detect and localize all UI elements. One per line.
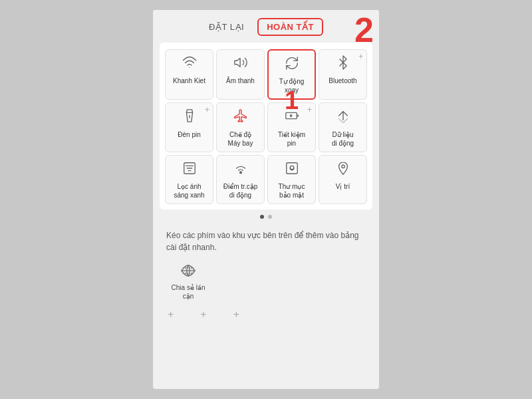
- rotate-icon: [285, 56, 299, 74]
- loc-anh-label: Lọc ánhsáng xanh: [174, 182, 204, 200]
- reset-button[interactable]: ĐẶT LẠI: [209, 22, 244, 32]
- diem-tr-cap-label: Điểm tr.cậpdi động: [223, 182, 257, 200]
- chia-se-label: Chia sẻ lầncận: [172, 283, 205, 301]
- header: ĐẶT LẠI HOÀN TẤT 2: [153, 10, 379, 43]
- tu-dong-xoay-label: Tự độngxoay: [279, 77, 305, 94]
- share-nearby-icon: [180, 264, 196, 281]
- grid-item-diem-tr-cap[interactable]: Điểm tr.cậpdi động: [216, 155, 265, 204]
- svg-point-4: [239, 172, 241, 174]
- grid-item-bluetooth[interactable]: + Bluetooth: [319, 49, 367, 100]
- grid-row-2: + Đèn pin Chế độMáy bay: [165, 102, 367, 152]
- dot-2: [268, 215, 272, 219]
- grid-item-tu-dong-xoay[interactable]: Tự độngxoay 1: [267, 49, 316, 100]
- grid-item-tiet-kiem[interactable]: + Tiết kiệmpin: [267, 102, 316, 152]
- phone-container: ĐẶT LẠI HOÀN TẤT 2 Khanh Kiet: [153, 10, 379, 389]
- add-slot-3[interactable]: +: [233, 309, 239, 321]
- quick-settings-grid: Khanh Kiet Âm thanh: [160, 43, 372, 209]
- add-slot-2[interactable]: +: [200, 309, 206, 321]
- thu-muc-label: Thư mụcbảo mật: [279, 182, 305, 200]
- data-icon: [336, 108, 350, 127]
- bottom-available-items: Chia sẻ lầncận: [160, 259, 372, 303]
- drag-hint: Kéo các phím vào khu vực bên trên để thê…: [153, 223, 379, 259]
- grid-row-3: Lọc ánhsáng xanh Điểm tr.cậpdi động: [165, 155, 367, 204]
- tiet-kiem-label: Tiết kiệmpin: [278, 130, 305, 148]
- grid-item-vi-tri[interactable]: Vị trí: [319, 155, 367, 204]
- grid-item-khanh-kiet[interactable]: Khanh Kiet: [165, 49, 213, 100]
- grid-item-den-pin[interactable]: + Đèn pin: [165, 102, 213, 152]
- battery-icon: [285, 108, 299, 127]
- svg-point-7: [341, 165, 344, 168]
- khanh-kiet-label: Khanh Kiet: [173, 76, 205, 85]
- den-pin-label: Đèn pin: [178, 130, 200, 139]
- bottom-item-chia-se[interactable]: Chia sẻ lầncận: [165, 264, 211, 301]
- airplane-icon: [233, 108, 248, 127]
- svg-marker-0: [234, 59, 239, 67]
- bluetooth-plus: +: [358, 52, 363, 61]
- location-icon: [336, 161, 350, 180]
- du-lieu-label: Dữ liệudi động: [332, 130, 354, 148]
- bottom-section: Chia sẻ lầncận + + +: [153, 259, 379, 389]
- vi-tri-label: Vị trí: [336, 182, 350, 191]
- wifi-icon: [182, 55, 197, 74]
- add-slot-1[interactable]: +: [168, 309, 174, 321]
- den-pin-plus: +: [205, 105, 209, 114]
- hotspot-icon: [233, 161, 248, 180]
- tiet-kiem-plus: +: [307, 105, 312, 114]
- volume-icon: [233, 55, 248, 74]
- pagination-dots: [153, 209, 379, 223]
- bluetooth-label: Bluetooth: [329, 76, 356, 85]
- filter-icon: [182, 161, 197, 180]
- dot-1: [260, 215, 264, 219]
- grid-item-thu-muc[interactable]: Thư mụcbảo mật: [267, 155, 316, 204]
- grid-item-am-thanh[interactable]: Âm thanh: [216, 49, 265, 100]
- done-button[interactable]: HOÀN TẤT: [257, 18, 323, 36]
- grid-row-1: Khanh Kiet Âm thanh: [165, 49, 367, 100]
- grid-item-du-lieu[interactable]: Dữ liệudi động: [319, 102, 367, 152]
- grid-item-may-bay[interactable]: Chế độMáy bay: [216, 102, 265, 152]
- secure-icon: [285, 161, 299, 180]
- may-bay-label: Chế độMáy bay: [228, 130, 253, 148]
- svg-rect-5: [286, 163, 297, 174]
- bottom-plus-row: + + +: [160, 303, 372, 326]
- flashlight-icon: [182, 108, 197, 127]
- bluetooth-icon: [336, 55, 350, 74]
- grid-item-loc-anh[interactable]: Lọc ánhsáng xanh: [165, 155, 213, 204]
- am-thanh-label: Âm thanh: [226, 76, 255, 85]
